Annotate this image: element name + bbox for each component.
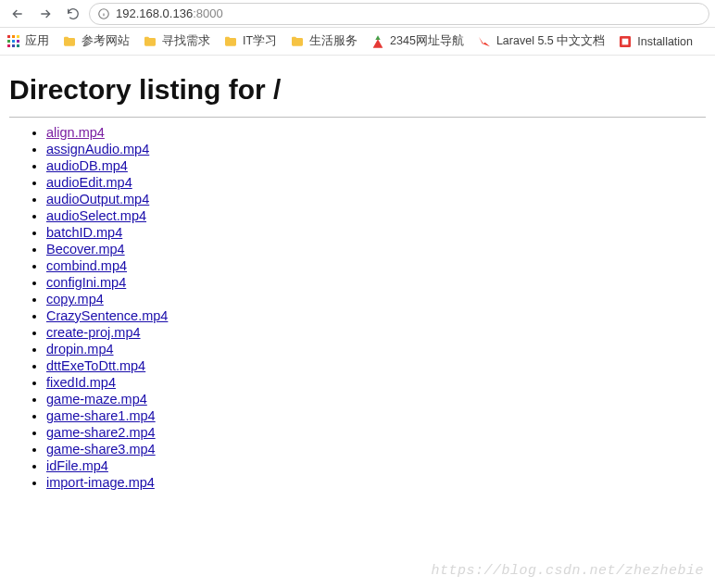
back-button[interactable]	[6, 2, 30, 26]
bookmark-item[interactable]: 参考网站	[62, 33, 130, 49]
file-link[interactable]: audioOutput.mp4	[46, 192, 149, 206]
reload-button[interactable]	[61, 2, 85, 26]
list-item: audioOutput.mp4	[46, 192, 706, 206]
apps-button[interactable]: 应用	[6, 33, 49, 49]
arrow-left-icon	[10, 6, 25, 21]
list-item: CrazySentence.mp4	[46, 308, 706, 323]
bookmark-icon	[477, 34, 492, 49]
file-link[interactable]: game-maze.mp4	[46, 392, 147, 407]
file-link[interactable]: copy.mp4	[46, 292, 104, 307]
list-item: game-share1.mp4	[46, 408, 706, 423]
address-bar[interactable]: 192.168.0.136:8000	[89, 3, 709, 25]
bookmark-label: IT学习	[243, 33, 277, 49]
arrow-right-icon	[38, 6, 53, 21]
watermark-text: https://blog.csdn.net/zhezhebie	[431, 563, 704, 579]
file-link[interactable]: combind.mp4	[46, 258, 127, 273]
file-link[interactable]: audioEdit.mp4	[46, 175, 132, 190]
list-item: copy.mp4	[46, 292, 706, 307]
browser-toolbar: 192.168.0.136:8000	[0, 0, 715, 28]
reload-icon	[66, 6, 81, 21]
bookmarks-bar: 应用 参考网站寻找需求IT学习生活服务2345网址导航Laravel 5.5 中…	[0, 28, 715, 56]
page-title: Directory listing for /	[9, 74, 706, 106]
bookmark-label: 生活服务	[309, 33, 358, 49]
folder-icon	[143, 34, 157, 49]
bookmark-icon	[62, 34, 77, 49]
bookmark-label: Laravel 5.5 中文文档	[496, 33, 605, 49]
laravel-icon	[477, 34, 492, 49]
file-link[interactable]: configIni.mp4	[46, 275, 126, 290]
list-item: dropin.mp4	[46, 342, 706, 357]
list-item: assignAudio.mp4	[46, 142, 706, 156]
file-link[interactable]: dttExeToDtt.mp4	[46, 358, 145, 373]
file-link[interactable]: assignAudio.mp4	[46, 142, 149, 156]
file-link[interactable]: Becover.mp4	[46, 242, 125, 256]
file-link[interactable]: game-share2.mp4	[46, 425, 156, 440]
list-item: create-proj.mp4	[46, 325, 706, 340]
file-link[interactable]: audioDB.mp4	[46, 158, 128, 173]
file-link[interactable]: game-share1.mp4	[46, 408, 156, 423]
page-content: Directory listing for / align.mp4assignA…	[0, 56, 715, 490]
apps-label: 应用	[25, 33, 49, 49]
bookmark-icon	[370, 34, 385, 49]
bookmark-item[interactable]: Installation	[618, 34, 693, 49]
list-item: dttExeToDtt.mp4	[46, 358, 706, 373]
install-icon	[618, 34, 633, 49]
list-item: audioEdit.mp4	[46, 175, 706, 190]
list-item: Becover.mp4	[46, 242, 706, 256]
directory-listing: align.mp4assignAudio.mp4audioDB.mp4audio…	[9, 125, 706, 490]
file-link[interactable]: audioSelect.mp4	[46, 208, 146, 223]
separator	[9, 117, 706, 118]
list-item: batchID.mp4	[46, 225, 706, 240]
folder-icon	[290, 34, 305, 49]
bookmark-icon	[223, 34, 238, 49]
file-link[interactable]: CrazySentence.mp4	[46, 308, 168, 323]
list-item: game-maze.mp4	[46, 392, 706, 407]
list-item: audioDB.mp4	[46, 158, 706, 173]
bookmark-icon	[618, 34, 633, 49]
list-item: combind.mp4	[46, 258, 706, 273]
file-link[interactable]: dropin.mp4	[46, 342, 114, 357]
site-info-icon	[97, 7, 110, 20]
bookmark-item[interactable]: 生活服务	[290, 33, 358, 49]
folder-icon	[223, 34, 238, 49]
list-item: audioSelect.mp4	[46, 208, 706, 223]
bookmark-item[interactable]: 寻找需求	[143, 33, 210, 49]
file-link[interactable]: game-share3.mp4	[46, 442, 156, 457]
file-link[interactable]: fixedId.mp4	[46, 375, 116, 390]
list-item: game-share3.mp4	[46, 442, 706, 457]
bookmark-item[interactable]: 2345网址导航	[370, 33, 464, 49]
apps-icon	[6, 34, 20, 49]
bookmark-icon	[143, 34, 157, 49]
file-link[interactable]: align.mp4	[46, 125, 105, 140]
list-item: configIni.mp4	[46, 275, 706, 290]
forward-button[interactable]	[33, 2, 57, 26]
list-item: import-image.mp4	[46, 475, 706, 490]
file-link[interactable]: idFile.mp4	[46, 458, 108, 473]
bookmark-item[interactable]: Laravel 5.5 中文文档	[477, 33, 605, 49]
bookmark-icon	[290, 34, 305, 49]
folder-icon	[62, 34, 77, 49]
bookmark-item[interactable]: IT学习	[223, 33, 277, 49]
nav2345-icon	[370, 34, 385, 49]
list-item: align.mp4	[46, 125, 706, 140]
file-link[interactable]: batchID.mp4	[46, 225, 122, 240]
svg-rect-4	[622, 38, 629, 44]
bookmark-label: 参考网站	[82, 33, 130, 49]
bookmark-label: 寻找需求	[162, 33, 210, 49]
list-item: fixedId.mp4	[46, 375, 706, 390]
list-item: idFile.mp4	[46, 458, 706, 473]
list-item: game-share2.mp4	[46, 425, 706, 440]
bookmark-label: 2345网址导航	[390, 33, 464, 49]
file-link[interactable]: import-image.mp4	[46, 475, 155, 490]
file-link[interactable]: create-proj.mp4	[46, 325, 141, 340]
bookmark-label: Installation	[637, 35, 693, 48]
url-text: 192.168.0.136:8000	[116, 6, 223, 20]
